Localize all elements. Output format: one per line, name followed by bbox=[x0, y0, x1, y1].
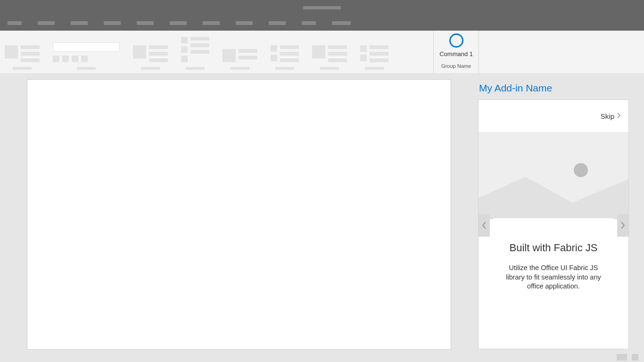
ribbon-tab[interactable] bbox=[137, 21, 154, 25]
ribbon-tab[interactable] bbox=[302, 21, 316, 25]
ribbon-tab[interactable] bbox=[8, 21, 22, 25]
ribbon: Command 1 Group Name bbox=[0, 31, 644, 74]
command-circle-icon[interactable] bbox=[449, 33, 463, 48]
sun-icon bbox=[574, 163, 588, 177]
ribbon-tab[interactable] bbox=[236, 21, 253, 25]
task-pane-card: Skip Built with Fabric JS bbox=[478, 99, 629, 349]
ribbon-tabs bbox=[0, 16, 644, 31]
task-pane-title: My Add-in Name bbox=[478, 82, 636, 94]
chevron-right-icon bbox=[617, 112, 621, 120]
ribbon-tab[interactable] bbox=[38, 21, 55, 25]
command-label[interactable]: Command 1 bbox=[439, 50, 473, 58]
skip-label: Skip bbox=[601, 112, 614, 120]
skip-button[interactable]: Skip bbox=[601, 112, 621, 120]
ribbon-command-group: Command 1 Group Name bbox=[433, 31, 479, 74]
ribbon-group-label: Group Name bbox=[441, 63, 471, 69]
carousel-slide-description: Utilize the Office UI Fabric JS library … bbox=[502, 263, 605, 291]
ribbon-tab[interactable] bbox=[104, 21, 121, 25]
title-bar bbox=[0, 0, 644, 16]
ribbon-tab[interactable] bbox=[71, 21, 88, 25]
carousel-hero-image bbox=[479, 132, 628, 219]
view-mode-button[interactable] bbox=[617, 354, 627, 361]
document-workspace: My Add-in Name Skip bbox=[0, 74, 644, 352]
carousel-slide-title: Built with Fabric JS bbox=[502, 242, 605, 254]
carousel-next-button[interactable] bbox=[617, 214, 628, 237]
document-page[interactable] bbox=[27, 79, 451, 350]
ribbon-tab[interactable] bbox=[170, 21, 187, 25]
status-bar bbox=[0, 352, 644, 362]
view-mode-button[interactable] bbox=[632, 354, 638, 361]
font-dropdown[interactable] bbox=[53, 42, 120, 52]
app-title-placeholder bbox=[303, 6, 341, 9]
carousel-content: Built with Fabric JS Utilize the Office … bbox=[494, 218, 613, 349]
ribbon-tab[interactable] bbox=[203, 21, 220, 25]
svg-marker-0 bbox=[479, 177, 628, 219]
task-pane: My Add-in Name Skip bbox=[478, 82, 636, 349]
ribbon-placeholder-groups bbox=[0, 31, 433, 74]
ribbon-tab[interactable] bbox=[332, 21, 351, 25]
ribbon-tab[interactable] bbox=[269, 21, 286, 25]
skip-row: Skip bbox=[479, 100, 628, 132]
carousel-prev-button[interactable] bbox=[479, 214, 490, 237]
